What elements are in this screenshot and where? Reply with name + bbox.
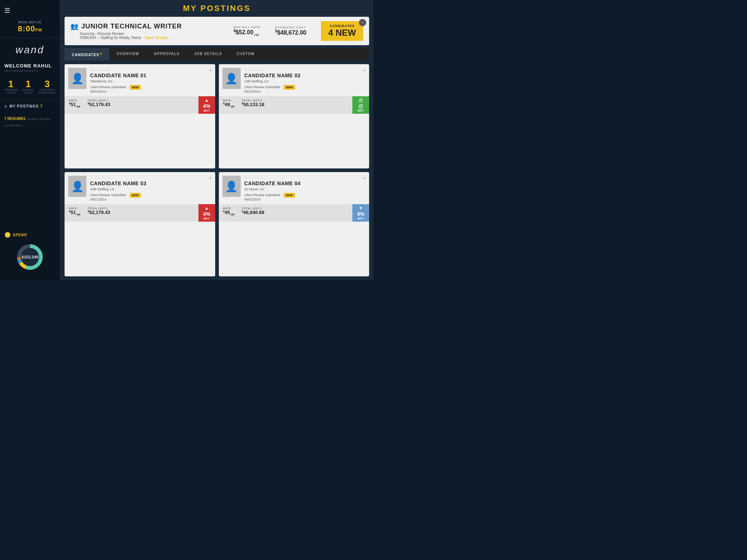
candidates-grid: 👤 ☆ ☆ ☆ ☆ ☆ CANDIDATE NAME 01 Talentburs… — [60, 61, 374, 280]
candidate-info-2: ☆ ☆ ☆ ☆ ☆ CANDIDATE NAME 02 Aditi Staffi… — [244, 68, 366, 93]
mkt-label-4: MKT — [357, 217, 364, 220]
event-ending-number: 1 — [26, 79, 31, 89]
event-upcoming-interviews: 3 UPCOMINGINTERVIEWS — [38, 79, 56, 95]
tab-overview[interactable]: OVERVIEW — [109, 48, 147, 61]
candidate-name-2: CANDIDATE NAME 02 — [244, 73, 366, 78]
estimated-cost-label: ESTIMATED COST — [275, 26, 306, 29]
candidate-status-2: Client Review Submitted — [244, 85, 280, 89]
candidate-bottom-1: RATE $51 HR TOTAL (EST.) $52,179.43 ▲ 4%… — [65, 96, 215, 114]
star-row-1: ☆ ☆ ☆ ☆ ☆ — [90, 68, 212, 72]
candidates-tab-badge: 4 — [100, 52, 102, 55]
job-subtitle: Sourcing - Resume Review #3981844 -- Sta… — [70, 32, 233, 40]
spend-label: SPEND — [13, 233, 27, 237]
event-starting-label: STARTINGSOON — [4, 89, 18, 95]
total-label-2: TOTAL (EST.) — [241, 99, 264, 102]
tab-candidates[interactable]: CANDIDATES4 — [65, 48, 109, 61]
star-row-4: ☆ ☆ ☆ ☆ ☆ — [244, 176, 366, 180]
wand-logo: wand — [0, 38, 60, 59]
job-card-left: 👥 JUNIOR TECHNICAL WRITER Sourcing - Res… — [70, 22, 233, 40]
rate-value-1: $51 HR — [69, 102, 80, 108]
event-upcoming-label: UPCOMINGINTERVIEWS — [38, 89, 56, 95]
mkt-badge-1: ▲ 4% MKT — [198, 96, 215, 114]
total-value-3: $52,179.43 — [88, 210, 110, 215]
candidate-avatar-3: 👤 — [68, 176, 86, 197]
candidate-status-4: Client Review Submitted — [244, 193, 280, 197]
candidate-avatar-4: 👤 — [222, 176, 241, 197]
mkt-badge-3: ▲ 4% MKT — [198, 204, 215, 222]
mkt-pct-3: 4% — [203, 211, 210, 217]
candidate-top-1: 👤 ☆ ☆ ☆ ☆ ☆ CANDIDATE NAME 01 Talentburs… — [65, 64, 215, 96]
total-value-2: $50,133.18 — [241, 102, 264, 107]
mkt-badge-4: ▼ 9% MKT — [352, 204, 369, 222]
sidebar: ☰ MON.SEP.15 8:00PM wand WELCOME RAHUL U… — [0, 0, 60, 280]
add-candidate-button-4[interactable]: + — [363, 175, 366, 182]
rate-block-4: RATE $45 HR — [223, 207, 235, 219]
my-postings-link[interactable]: ≡ MY POSTINGS 7 — [0, 100, 60, 113]
candidate-rates-3: RATE $51 HR TOTAL (EST.) $52,179.43 — [65, 204, 198, 222]
tab-custom[interactable]: CUSTOM — [229, 48, 262, 61]
close-button[interactable]: − — [359, 19, 366, 26]
total-block-4: TOTAL (EST.) $46,040.68 — [241, 207, 264, 219]
candidate-name-1: CANDIDATE NAME 01 — [90, 73, 212, 78]
total-label-1: TOTAL (EST.) — [88, 99, 110, 102]
list-icon: ≡ — [4, 104, 7, 109]
rate-value-3: $51 HR — [69, 210, 80, 216]
estimated-cost-value: $$48,672.00 — [275, 29, 306, 36]
candidate-status-1: Client Review Submitted — [90, 85, 126, 89]
candidate-bottom-3: RATE $51 HR TOTAL (EST.) $52,179.43 ▲ 4%… — [65, 204, 215, 222]
tab-job-details[interactable]: JOB DETAILS — [187, 48, 229, 61]
spend-section: 🪙 SPEND $153,349 — [0, 226, 60, 276]
max-bill-rate-label: MAX BILL RATE — [233, 26, 260, 29]
mkt-pct-4: 9% — [357, 211, 364, 217]
main-header: MY POSTINGS — [60, 0, 374, 17]
new-badge-4: NEW — [284, 193, 295, 198]
mkt-pct-1: 4% — [203, 103, 210, 109]
spend-icon: 🪙 — [4, 232, 11, 238]
resumes-section: 7 RESUMES SUBMITTED BY SUPPLIERS — [0, 113, 60, 130]
candidate-date-4: 09/02/2014 — [244, 198, 366, 201]
candidate-company-4: 24 Seven, Inc — [244, 187, 366, 191]
new-badge-3: NEW — [130, 193, 141, 198]
job-title-row: 👥 JUNIOR TECHNICAL WRITER — [70, 22, 233, 30]
candidate-card-4: 👤 ☆ ☆ ☆ ☆ ☆ CANDIDATE NAME 04 24 Seven, … — [219, 172, 369, 276]
candidate-top-2: 👤 ☆ ☆ ☆ ☆ ☆ CANDIDATE NAME 02 Aditi Staf… — [219, 64, 369, 96]
total-block-2: TOTAL (EST.) $50,133.18 — [241, 99, 264, 111]
add-candidate-button-1[interactable]: + — [209, 67, 212, 74]
candidate-avatar-2: 👤 — [222, 68, 241, 89]
candidate-card-2: 👤 ☆ ☆ ☆ ☆ ☆ CANDIDATE NAME 02 Aditi Staf… — [219, 64, 369, 168]
spend-header: 🪙 SPEND — [4, 232, 55, 238]
datetime-day: MON.SEP.15 — [3, 20, 57, 24]
welcome-section: WELCOME RAHUL UPCOMING EVENTS — [0, 59, 60, 75]
candidates-badge-label: CANDIDATES — [328, 24, 356, 28]
job-stats: MAX BILL RATE $$52.00 HR ESTIMATED COST … — [233, 21, 363, 41]
candidates-badge-value: 4 NEW — [328, 28, 356, 38]
mkt-arrow-3: ▲ — [205, 206, 209, 211]
candidate-card-3: 👤 ☆ ☆ ☆ ☆ ☆ CANDIDATE NAME 03 Aditi Staf… — [65, 172, 215, 276]
candidate-company-2: Aditi Staffing, Llc — [244, 79, 366, 83]
job-open-days: Open 13 days — [145, 36, 169, 40]
add-candidate-button-3[interactable]: + — [209, 175, 212, 182]
candidate-date-1: 09/14/2014 — [90, 90, 212, 93]
event-upcoming-number: 3 — [44, 79, 50, 89]
candidate-name-3: CANDIDATE NAME 03 — [90, 181, 212, 186]
candidate-rates-2: RATE $49 HR TOTAL (EST.) $50,133.18 — [219, 96, 353, 114]
candidate-top-3: 👤 ☆ ☆ ☆ ☆ ☆ CANDIDATE NAME 03 Aditi Staf… — [65, 172, 215, 204]
tab-approvals[interactable]: APPROVALS — [147, 48, 187, 61]
rate-label-1: RATE — [69, 99, 80, 102]
candidate-card-1: 👤 ☆ ☆ ☆ ☆ ☆ CANDIDATE NAME 01 Talentburs… — [65, 64, 215, 168]
spend-amount: $153,349 — [22, 255, 38, 259]
donut-chart: $153,349 — [13, 241, 46, 273]
add-candidate-button-2[interactable]: + — [363, 67, 366, 74]
avatar-icon-4: 👤 — [225, 180, 238, 192]
hamburger-icon[interactable]: ☰ — [4, 7, 10, 15]
rate-value-4: $45 HR — [223, 210, 235, 216]
candidate-avatar-1: 👤 — [68, 68, 86, 89]
event-starting-soon: 1 STARTINGSOON — [4, 79, 18, 95]
total-value-4: $46,040.68 — [241, 210, 264, 215]
datetime-time: 8:00PM — [3, 24, 57, 34]
welcome-name: WELCOME RAHUL — [4, 63, 55, 69]
event-ending-soon: 1 ENDINGSOON — [23, 79, 34, 95]
mkt-label-1: MKT — [204, 109, 210, 112]
upcoming-label: UPCOMING EVENTS — [4, 69, 55, 73]
total-block-3: TOTAL (EST.) $52,179.43 — [88, 207, 110, 219]
